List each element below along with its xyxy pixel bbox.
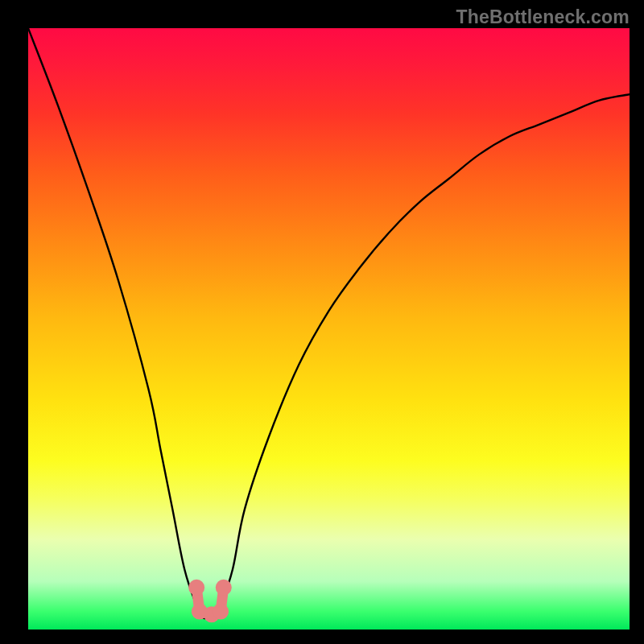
chart-plot-area [28, 28, 630, 630]
watermark-text: TheBottleneck.com [456, 6, 630, 28]
chart-frame: TheBottleneck.com [0, 0, 644, 644]
